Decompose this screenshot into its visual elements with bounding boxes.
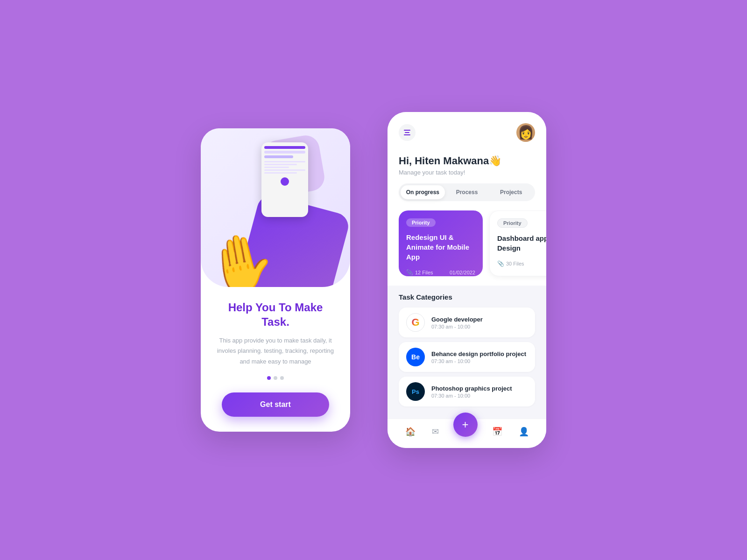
category-behance-info: Behance design portfolio project 07:30 a… xyxy=(431,350,528,364)
task-card-title-1: Redesign UI & Animate for Mobile App xyxy=(406,232,475,262)
mini-fab-dot xyxy=(281,177,289,186)
mini-lines xyxy=(264,161,305,174)
tabs-row: On progress Process Projects xyxy=(399,183,535,201)
task-card-dashboard[interactable]: Priority Dashboard app Design 📎 30 Files xyxy=(489,210,546,276)
task-card-redesign[interactable]: Priority Redesign UI & Animate for Mobil… xyxy=(399,210,483,276)
dot-2 xyxy=(274,376,277,380)
calendar-icon: 📅 xyxy=(492,427,502,437)
category-google-name: Google developer xyxy=(431,316,528,323)
subtitle-text: This app provide you to make task daily,… xyxy=(214,336,337,366)
messages-icon: ✉ xyxy=(432,427,439,437)
add-icon: + xyxy=(462,418,468,431)
task-card-title-2: Dashboard app Design xyxy=(497,233,546,253)
fab-add-button[interactable]: + xyxy=(453,413,478,437)
category-behance[interactable]: Be Behance design portfolio project 07:3… xyxy=(399,342,535,372)
task-cards-scroll: Priority Redesign UI & Animate for Mobil… xyxy=(388,210,546,286)
dot-1 xyxy=(267,376,271,380)
files-info-1: 📎 12 Files xyxy=(406,269,433,276)
category-photoshop[interactable]: Ps Photoshop graphics project 07:30 am -… xyxy=(399,377,535,406)
clip-icon-2: 📎 xyxy=(497,260,504,267)
files-count-1: 12 Files xyxy=(415,270,433,275)
tab-on-progress[interactable]: On progress xyxy=(401,185,445,199)
left-phone-text: Help You To Make Task. This app provide … xyxy=(201,287,350,392)
hand-illustration: 🤚 xyxy=(205,236,275,287)
nav-calendar[interactable]: 📅 xyxy=(490,425,504,439)
mini-line-2 xyxy=(264,164,297,165)
categories-section: Task Categories G Google developer 07:30… xyxy=(388,286,546,419)
mini-bar-1 xyxy=(264,146,305,149)
greeting-subtitle: Manage your task today! xyxy=(399,169,535,176)
menu-button[interactable] xyxy=(399,124,416,141)
category-ps-name: Photoshop graphics project xyxy=(431,385,528,392)
menu-line-2 xyxy=(405,132,409,133)
tab-projects[interactable]: Projects xyxy=(489,185,533,199)
clip-icon-1: 📎 xyxy=(406,269,413,276)
behance-logo: Be xyxy=(406,348,425,366)
avatar[interactable]: 👩 xyxy=(516,123,535,142)
files-info-2: 📎 30 Files xyxy=(497,260,524,267)
task-card-footer-1: 📎 12 Files 01/02/2022 xyxy=(406,269,475,276)
category-ps-time: 07:30 am - 10:00 xyxy=(431,393,528,399)
mini-phone-mockup xyxy=(261,142,308,217)
nav-profile[interactable]: 👤 xyxy=(517,425,531,439)
task-date-1: 01/02/2022 xyxy=(450,270,475,275)
nav-messages[interactable]: ✉ xyxy=(430,425,441,439)
hand-emoji: 🤚 xyxy=(201,230,280,287)
google-g-icon: G xyxy=(411,316,419,329)
tab-process[interactable]: Process xyxy=(445,185,489,199)
category-ps-info: Photoshop graphics project 07:30 am - 10… xyxy=(431,385,528,399)
greeting-section: Hi, Hiten Makwana👋 Manage your task toda… xyxy=(388,147,546,210)
mini-bar-3 xyxy=(264,155,293,158)
menu-line-1 xyxy=(404,130,410,131)
files-count-2: 30 Files xyxy=(506,261,524,266)
category-behance-name: Behance design portfolio project xyxy=(431,350,528,357)
menu-line-3 xyxy=(404,134,410,135)
mini-bar-2 xyxy=(264,151,305,154)
nav-home[interactable]: 🏠 xyxy=(403,425,417,439)
ps-logo: Ps xyxy=(406,382,425,401)
avatar-image: 👩 xyxy=(518,126,534,139)
right-phone: 👩 Hi, Hiten Makwana👋 Manage your task to… xyxy=(388,112,546,448)
illustration-area: 🤚 xyxy=(201,128,350,287)
left-phone: 🤚 Help You To Make Task. This app provid… xyxy=(201,128,350,432)
task-card-footer-2: 📎 30 Files xyxy=(497,260,546,267)
greeting-title: Hi, Hiten Makwana👋 xyxy=(399,155,535,167)
right-phone-header: 👩 xyxy=(388,112,546,147)
mini-line-4 xyxy=(264,169,305,171)
profile-icon: 👤 xyxy=(519,427,529,437)
bottom-nav: 🏠 ✉ + 📅 👤 xyxy=(388,419,546,448)
main-title: Help You To Make Task. xyxy=(214,300,337,329)
category-google-info: Google developer 07:30 am - 10:00 xyxy=(431,316,528,329)
priority-badge-2: Priority xyxy=(497,218,528,228)
home-icon: 🏠 xyxy=(405,427,416,437)
mini-line-3 xyxy=(264,167,289,168)
category-google[interactable]: G Google developer 07:30 am - 10:00 xyxy=(399,308,535,337)
pagination-dots xyxy=(267,376,284,380)
category-google-time: 07:30 am - 10:00 xyxy=(431,324,528,329)
priority-badge-1: Priority xyxy=(406,218,436,227)
categories-title: Task Categories xyxy=(399,293,535,301)
mini-line-5 xyxy=(264,172,297,174)
dot-3 xyxy=(280,376,284,380)
google-logo: G xyxy=(406,313,425,332)
category-behance-time: 07:30 am - 10:00 xyxy=(431,358,528,364)
mini-line-1 xyxy=(264,161,305,162)
get-start-button[interactable]: Get start xyxy=(222,392,329,417)
